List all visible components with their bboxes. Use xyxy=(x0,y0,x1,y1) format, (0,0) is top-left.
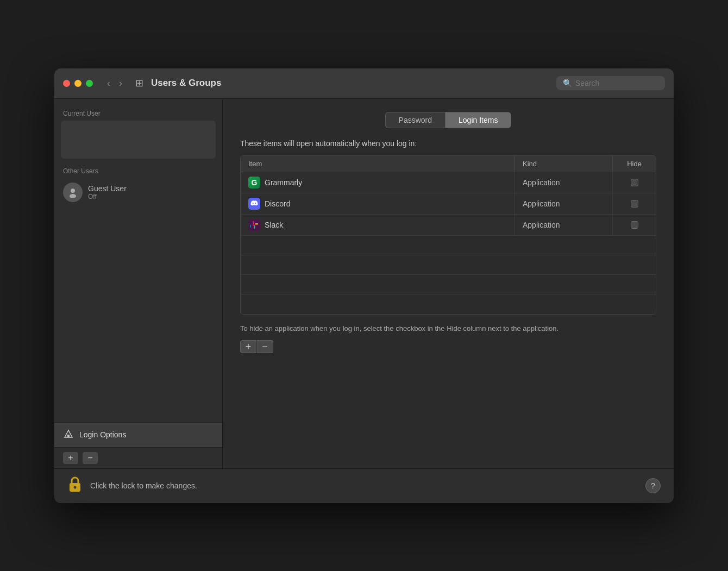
discord-label: Discord xyxy=(265,199,290,208)
table-row-empty xyxy=(241,236,656,255)
svg-point-10 xyxy=(74,486,77,488)
titlebar: ‹ › ⊞ Users & Groups 🔍 xyxy=(54,68,674,99)
table-header: Item Kind Hide xyxy=(241,156,656,172)
back-button[interactable]: ‹ xyxy=(104,77,114,90)
search-input[interactable] xyxy=(575,79,658,87)
nav-buttons: ‹ › xyxy=(104,77,125,90)
slack-hide-checkbox[interactable] xyxy=(612,215,656,235)
header-item: Item xyxy=(241,156,514,172)
main-panel: Password Login Items These items will op… xyxy=(223,99,674,468)
table-row-empty xyxy=(241,255,656,275)
discord-kind: Application xyxy=(514,193,612,214)
sidebar: Current User Other Users Guest User Off xyxy=(54,99,223,468)
svg-rect-8 xyxy=(255,223,259,225)
login-options-label: Login Options xyxy=(79,430,126,439)
search-box: 🔍 xyxy=(556,76,665,90)
current-user-label: Current User xyxy=(54,110,222,121)
discord-icon xyxy=(248,198,260,210)
table-row: Discord Application xyxy=(241,193,656,215)
traffic-lights xyxy=(63,80,93,87)
grid-button[interactable]: ⊞ xyxy=(132,76,147,90)
login-options-icon xyxy=(63,428,74,442)
description: These items will open automatically when… xyxy=(240,139,656,148)
content-area: Current User Other Users Guest User Off xyxy=(54,99,674,468)
help-button[interactable]: ? xyxy=(645,478,661,493)
guest-name: Guest User xyxy=(88,184,127,193)
avatar xyxy=(63,183,83,202)
item-name-grammarly: G Grammarly xyxy=(241,172,514,193)
guest-user-item[interactable]: Guest User Off xyxy=(54,178,222,206)
table-row-empty xyxy=(241,294,656,314)
checkbox[interactable] xyxy=(631,179,638,186)
grammarly-kind: Application xyxy=(514,172,612,193)
svg-rect-2 xyxy=(67,435,70,437)
tab-password[interactable]: Password xyxy=(385,112,445,128)
sidebar-remove-button[interactable]: − xyxy=(83,452,98,464)
add-item-button[interactable]: + xyxy=(240,340,256,353)
action-buttons: + − xyxy=(240,340,656,353)
hide-note: To hide an application when you log in, … xyxy=(240,323,656,334)
search-icon: 🔍 xyxy=(563,79,572,87)
close-button[interactable] xyxy=(63,80,70,87)
table-row-empty xyxy=(241,275,656,294)
item-name-discord: Discord xyxy=(241,193,514,214)
items-table: Item Kind Hide G Grammarly Application xyxy=(240,155,656,315)
lock-icon[interactable] xyxy=(67,475,83,497)
grammarly-hide-checkbox[interactable] xyxy=(612,172,656,193)
svg-point-0 xyxy=(71,189,75,193)
discord-hide-checkbox[interactable] xyxy=(612,193,656,214)
sidebar-add-button[interactable]: + xyxy=(63,452,78,464)
grammarly-icon: G xyxy=(248,177,260,189)
window-title: Users & Groups xyxy=(151,78,221,89)
item-name-slack: Slack xyxy=(241,215,514,235)
login-options-item[interactable]: Login Options xyxy=(54,422,222,447)
slack-icon xyxy=(248,219,260,231)
table-row: Slack Application xyxy=(241,215,656,236)
slack-label: Slack xyxy=(265,221,283,229)
remove-item-button[interactable]: − xyxy=(257,340,273,353)
tab-bar: Password Login Items xyxy=(240,112,656,128)
window-footer: Click the lock to make changes. ? xyxy=(54,468,674,503)
svg-rect-7 xyxy=(254,225,255,229)
guest-status: Off xyxy=(88,193,127,200)
guest-info: Guest User Off xyxy=(88,184,127,200)
checkbox[interactable] xyxy=(631,200,638,208)
header-kind: Kind xyxy=(514,156,612,172)
tab-login-items[interactable]: Login Items xyxy=(445,112,511,128)
minimize-button[interactable] xyxy=(74,80,81,87)
header-hide: Hide xyxy=(612,156,656,172)
forward-button[interactable]: › xyxy=(116,77,125,90)
svg-rect-6 xyxy=(250,224,250,228)
window: ‹ › ⊞ Users & Groups 🔍 Current User Othe… xyxy=(54,68,674,503)
other-users-label: Other Users xyxy=(54,167,222,178)
checkbox[interactable] xyxy=(631,221,638,229)
slack-kind: Application xyxy=(514,215,612,235)
current-user-box xyxy=(61,121,216,159)
lock-text: Click the lock to make changes. xyxy=(90,481,638,490)
sidebar-bottom-buttons: + − xyxy=(54,447,222,468)
grammarly-label: Grammarly xyxy=(265,178,302,187)
svg-rect-3 xyxy=(253,221,254,224)
svg-point-1 xyxy=(70,194,76,198)
table-row: G Grammarly Application xyxy=(241,172,656,193)
maximize-button[interactable] xyxy=(86,80,93,87)
